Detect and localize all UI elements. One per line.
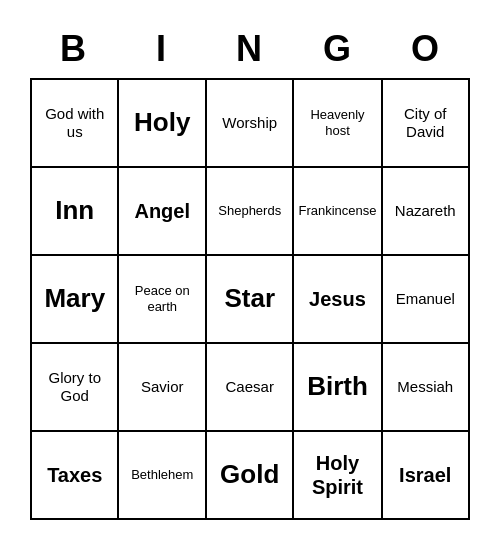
bingo-cell[interactable]: Holy (119, 80, 206, 168)
cell-text: Taxes (47, 463, 102, 487)
cell-text: Nazareth (395, 202, 456, 220)
header-letter: I (118, 24, 206, 78)
bingo-cell[interactable]: Emanuel (383, 256, 471, 344)
bingo-cell[interactable]: God with us (32, 80, 119, 168)
bingo-cell[interactable]: Heavenly host (294, 80, 382, 168)
bingo-cell[interactable]: Star (207, 256, 294, 344)
bingo-cell[interactable]: Savior (119, 344, 206, 432)
cell-text: Mary (44, 283, 105, 314)
bingo-cell[interactable]: Glory to God (32, 344, 119, 432)
cell-text: Caesar (226, 378, 274, 396)
header-letter: O (382, 24, 470, 78)
cell-text: God with us (36, 105, 113, 141)
header-letter: B (30, 24, 118, 78)
cell-text: Jesus (309, 287, 366, 311)
cell-text: Peace on earth (123, 283, 200, 314)
bingo-cell[interactable]: Angel (119, 168, 206, 256)
cell-text: Birth (307, 371, 368, 402)
bingo-cell[interactable]: Frankincense (294, 168, 382, 256)
cell-text: Worship (222, 114, 277, 132)
bingo-cell[interactable]: Holy Spirit (294, 432, 382, 520)
bingo-cell[interactable]: Taxes (32, 432, 119, 520)
bingo-cell[interactable]: Messiah (383, 344, 471, 432)
header-letter: N (206, 24, 294, 78)
bingo-cell[interactable]: Gold (207, 432, 294, 520)
bingo-cell[interactable]: Caesar (207, 344, 294, 432)
bingo-cell[interactable]: Israel (383, 432, 471, 520)
cell-text: Bethlehem (131, 467, 193, 483)
bingo-grid: God with usHolyWorshipHeavenly hostCity … (30, 78, 470, 520)
bingo-card: BINGO God with usHolyWorshipHeavenly hos… (20, 14, 480, 530)
cell-text: Inn (55, 195, 94, 226)
cell-text: Glory to God (36, 369, 113, 405)
bingo-cell[interactable]: Inn (32, 168, 119, 256)
bingo-cell[interactable]: Bethlehem (119, 432, 206, 520)
bingo-cell[interactable]: City of David (383, 80, 471, 168)
bingo-cell[interactable]: Worship (207, 80, 294, 168)
cell-text: Shepherds (218, 203, 281, 219)
bingo-cell[interactable]: Peace on earth (119, 256, 206, 344)
header-letter: G (294, 24, 382, 78)
bingo-cell[interactable]: Mary (32, 256, 119, 344)
cell-text: Holy Spirit (298, 451, 376, 499)
bingo-cell[interactable]: Jesus (294, 256, 382, 344)
cell-text: Emanuel (396, 290, 455, 308)
cell-text: City of David (387, 105, 465, 141)
cell-text: Holy (134, 107, 190, 138)
cell-text: Frankincense (298, 203, 376, 219)
cell-text: Star (224, 283, 275, 314)
bingo-header: BINGO (30, 24, 470, 78)
bingo-cell[interactable]: Birth (294, 344, 382, 432)
cell-text: Messiah (397, 378, 453, 396)
bingo-cell[interactable]: Nazareth (383, 168, 471, 256)
cell-text: Heavenly host (298, 107, 376, 138)
cell-text: Savior (141, 378, 184, 396)
bingo-cell[interactable]: Shepherds (207, 168, 294, 256)
cell-text: Gold (220, 459, 279, 490)
cell-text: Angel (134, 199, 190, 223)
cell-text: Israel (399, 463, 451, 487)
